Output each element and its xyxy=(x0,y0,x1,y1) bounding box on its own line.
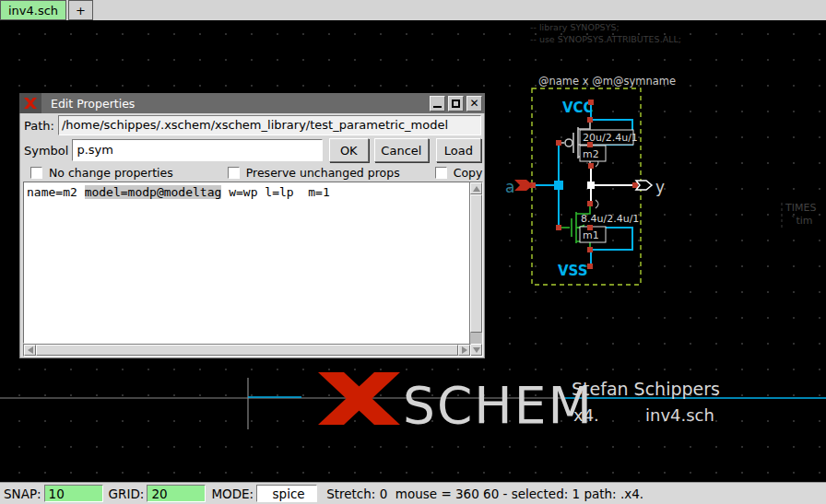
close-icon: ✕ xyxy=(469,98,478,109)
arrow-left-icon xyxy=(28,346,33,354)
scroll-left-button[interactable] xyxy=(24,345,36,356)
arrow-up-icon xyxy=(473,186,480,192)
scroll-right-button[interactable] xyxy=(458,345,470,356)
path-label: Path: xyxy=(24,119,54,133)
load-button[interactable]: Load xyxy=(436,138,481,162)
path-row: Path: /home/schippes/.xschem/xschem_libr… xyxy=(24,115,481,135)
output-pin-y[interactable]: y xyxy=(636,178,665,196)
tab-inv4-sch[interactable]: inv4.sch xyxy=(0,0,66,20)
snap-input[interactable]: 10 xyxy=(44,485,103,502)
scroll-down-button[interactable] xyxy=(470,344,482,356)
pin-a-label: a xyxy=(505,178,514,196)
tab-bar: inv4.sch + xyxy=(0,0,826,20)
snap-label: SNAP: xyxy=(4,486,41,501)
preserve-unchanged-props-label: Preserve unchanged props xyxy=(246,166,400,180)
selection-rectangle xyxy=(532,88,641,285)
maximize-icon xyxy=(452,100,460,108)
edit-properties-dialog: Edit Properties ✕ Path: /home/schippes/.… xyxy=(18,92,486,359)
textarea-text: w=wp l=lp m=1 xyxy=(221,185,329,199)
close-button[interactable]: ✕ xyxy=(466,96,482,111)
symbol-label: Symbol xyxy=(24,144,68,158)
mode-input[interactable]: spice xyxy=(256,485,317,502)
horizontal-scrollbar-thumb[interactable] xyxy=(36,345,458,356)
textarea-text: name=m2 xyxy=(27,185,85,199)
vertical-scrollbar[interactable] xyxy=(469,182,483,357)
tab-label: inv4.sch xyxy=(8,4,58,18)
times-text: TIMES xyxy=(785,202,816,214)
copy-cell-label: Copy cell xyxy=(454,166,483,180)
symbol-row: Symbol p.sym OK Cancel Load xyxy=(24,138,481,162)
titleblock-right-text: inv4.sch xyxy=(645,405,714,425)
author-text: Stefan Schippers xyxy=(572,379,720,399)
no-change-properties-checkbox[interactable] xyxy=(30,167,42,179)
minimize-button[interactable] xyxy=(430,96,445,111)
logo-text: SCHEM xyxy=(403,376,594,435)
nmos-size-label: 8.4u/2.4u/1 xyxy=(581,213,639,225)
input-pin-a[interactable]: a xyxy=(505,178,533,196)
plus-icon: + xyxy=(76,4,86,18)
vss-label[interactable]: VSS xyxy=(558,263,588,279)
ok-button[interactable]: OK xyxy=(329,138,369,162)
scroll-up-button[interactable] xyxy=(470,182,482,194)
cancel-button[interactable]: Cancel xyxy=(374,138,429,162)
checkbox-row: No change properties Preserve unchanged … xyxy=(30,165,483,181)
minimize-icon xyxy=(433,106,442,108)
nmos-drain-mark xyxy=(596,200,598,208)
arrow-right-icon xyxy=(462,346,467,354)
pmos-name-label: m2 xyxy=(583,148,599,160)
symbol-input[interactable]: p.sym xyxy=(72,139,322,161)
xschem-app-icon xyxy=(19,93,41,113)
preserve-unchanged-props-checkbox[interactable] xyxy=(228,167,240,179)
dialog-title: Edit Properties xyxy=(51,97,430,111)
vertical-scrollbar-thumb[interactable] xyxy=(470,194,482,333)
times-text: `tim xyxy=(791,215,813,227)
wire-junction xyxy=(587,182,595,189)
dialog-titlebar[interactable]: Edit Properties ✕ xyxy=(19,93,485,113)
wires-white[interactable] xyxy=(587,166,634,204)
path-field[interactable]: /home/schippes/.xschem/xschem_library/te… xyxy=(58,115,481,135)
pin-y-label: y xyxy=(655,178,665,196)
properties-textarea[interactable]: name=m2 model=modp@modeltag w=wp l=lp m=… xyxy=(23,182,471,344)
output-pin-arrow-icon xyxy=(636,181,652,190)
new-tab-button[interactable]: + xyxy=(68,0,93,20)
mode-label: MODE: xyxy=(211,486,254,501)
symname-text: @name x @m@symname xyxy=(538,75,676,88)
maximize-button[interactable] xyxy=(448,96,464,111)
status-info-text: Stretch: 0 mouse = 360 60 - selected: 1 … xyxy=(326,486,643,501)
horizontal-scrollbar[interactable] xyxy=(23,344,471,357)
arrow-down-icon xyxy=(473,347,480,353)
comment-text: -- use SYNOPSYS.ATTRIBUTES.ALL; xyxy=(530,34,681,44)
wire-junction xyxy=(554,181,563,190)
titleblock-left-text: x4. xyxy=(573,405,599,425)
copy-cell-checkbox[interactable] xyxy=(435,167,447,179)
grid-label: GRID: xyxy=(109,486,145,501)
status-bar: SNAP: 10 GRID: 20 MODE: spice Stretch: 0… xyxy=(0,482,826,504)
xschem-window: inv4.sch + -- library SYNOPSYS; -- use S… xyxy=(0,0,826,504)
grid-input[interactable]: 20 xyxy=(147,485,206,502)
nmos-name-label: m1 xyxy=(583,229,599,241)
textarea-selection: model=modp@modeltag xyxy=(85,185,222,199)
no-change-properties-label: No change properties xyxy=(49,166,173,180)
comment-text: -- library SYNOPSYS; xyxy=(530,22,620,32)
input-pin-arrow-icon xyxy=(514,180,533,191)
